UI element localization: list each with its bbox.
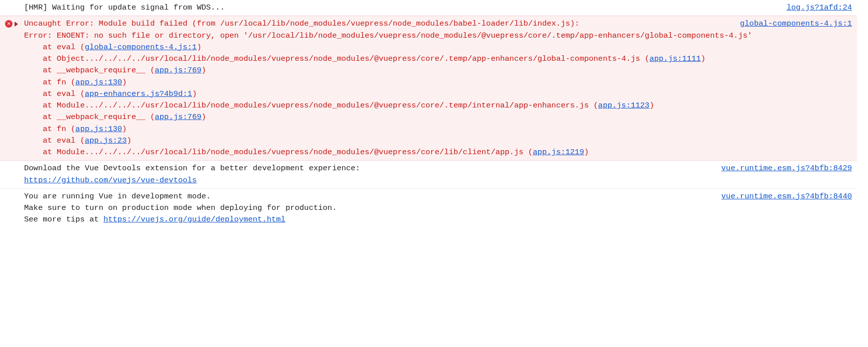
stack-frame: at fn (app.js:130) — [24, 124, 852, 135]
console-log-row: vue.runtime.esm.js?4bfb:8440 You are run… — [0, 188, 857, 228]
stack-frame: at fn (app.js:130) — [24, 77, 852, 88]
console-log-row: log.js?1afd:24 [HMR] Waiting for update … — [0, 0, 857, 16]
stack-frame-link[interactable]: app.js:1219 — [533, 148, 584, 157]
stack-frame: at Object.../../../../usr/local/lib/node… — [24, 53, 852, 65]
stack-frame: at eval (global-components-4.js:1) — [24, 42, 852, 53]
error-message-head: Uncaught Error: Module build failed (fro… — [24, 19, 580, 28]
stack-frame: at eval (app-enhancers.js?4b9d:1) — [24, 88, 852, 100]
external-link[interactable]: https://vuejs.org/guide/deployment.html — [103, 215, 285, 224]
disclosure-triangle-icon[interactable] — [15, 22, 18, 27]
stack-frame-link[interactable]: app.js:769 — [155, 66, 201, 75]
stack-frame-link[interactable]: app-enhancers.js?4b9d:1 — [85, 89, 192, 98]
console-log-row: vue.runtime.esm.js?4bfb:8429 Download th… — [0, 161, 857, 188]
log-message: [HMR] Waiting for update signal from WDS… — [24, 3, 225, 12]
source-link[interactable]: log.js?1afd:24 — [787, 3, 852, 12]
log-message: See more tips at — [24, 215, 103, 224]
log-message: Download the Vue Devtools extension for … — [24, 164, 360, 173]
stack-frame-link[interactable]: app.js:130 — [75, 78, 122, 87]
stack-frame-link[interactable]: app.js:130 — [75, 125, 122, 134]
stack-frame-link[interactable]: app.js:23 — [85, 136, 127, 145]
source-link[interactable]: vue.runtime.esm.js?4bfb:8440 — [721, 192, 852, 201]
stack-frame-link[interactable]: app.js:1123 — [598, 101, 649, 110]
log-message: Make sure to turn on production mode whe… — [24, 203, 337, 212]
console-error-row: ✕ global-components-4.js:1 Uncaught Erro… — [0, 16, 857, 161]
source-link[interactable]: vue.runtime.esm.js?4bfb:8429 — [721, 164, 852, 173]
stack-frame: at Module.../../../../usr/local/lib/node… — [24, 100, 852, 111]
stack-frame-link[interactable]: app.js:1111 — [649, 54, 700, 63]
error-icon: ✕ — [5, 20, 13, 28]
error-message-detail: Error: ENOENT: no such file or directory… — [24, 31, 752, 40]
stack-trace: at eval (global-components-4.js:1) at Ob… — [24, 42, 852, 159]
log-message: You are running Vue in development mode. — [24, 192, 211, 201]
stack-frame: at __webpack_require__ (app.js:769) — [24, 111, 852, 123]
source-link[interactable]: global-components-4.js:1 — [740, 19, 852, 28]
external-link[interactable]: https://github.com/vuejs/vue-devtools — [24, 176, 197, 185]
stack-frame: at eval (app.js:23) — [24, 135, 852, 147]
stack-frame: at Module.../../../../usr/local/lib/node… — [24, 147, 852, 158]
devtools-console: log.js?1afd:24 [HMR] Waiting for update … — [0, 0, 868, 228]
stack-frame: at __webpack_require__ (app.js:769) — [24, 65, 852, 76]
stack-frame-link[interactable]: global-components-4.js:1 — [85, 43, 197, 52]
stack-frame-link[interactable]: app.js:769 — [155, 112, 201, 122]
